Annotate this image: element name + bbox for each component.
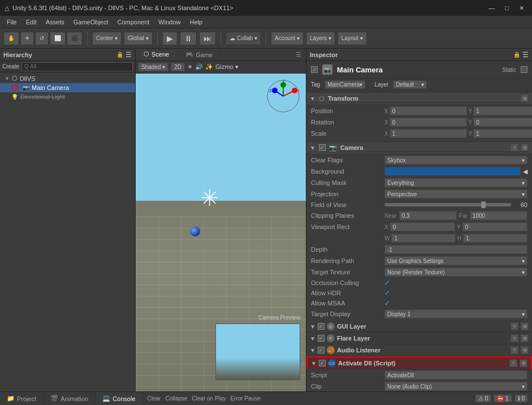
project-tab[interactable]: 📁 Project: [0, 392, 44, 405]
animation-tab[interactable]: 🎬 Animation: [44, 392, 96, 405]
lock-icon-inspector[interactable]: 🔒: [513, 51, 520, 58]
scene-view[interactable]: ✳ X Y Z Camera Preview: [136, 74, 306, 391]
far-field[interactable]: [470, 211, 527, 220]
scale-x-field[interactable]: [390, 129, 467, 138]
vp-w-field[interactable]: [391, 234, 456, 243]
move-tool[interactable]: ✛: [20, 32, 34, 45]
flare-layer-fold[interactable]: ▼: [310, 335, 315, 342]
dll-checkbox[interactable]: ✓: [319, 360, 326, 367]
flare-layer-settings[interactable]: ⚙: [521, 334, 529, 342]
rect-tool[interactable]: ⬛: [67, 32, 83, 45]
close-button[interactable]: ✕: [516, 5, 527, 12]
near-field[interactable]: [399, 211, 457, 220]
gui-layer-settings[interactable]: ⚙: [521, 322, 529, 330]
audio-help[interactable]: ?: [511, 346, 518, 354]
inspector-menu-icon[interactable]: ☰: [522, 51, 529, 59]
gizmos-dropdown[interactable]: Gizmo ▾: [215, 63, 239, 71]
hierarchy-light-item[interactable]: 💡 Directional Light: [0, 92, 135, 101]
layout-dropdown[interactable]: Layout ▾: [338, 32, 367, 45]
projection-dropdown[interactable]: Perspective ▾: [384, 189, 527, 199]
layer-dropdown[interactable]: Default ▾: [393, 80, 427, 89]
dll-fold[interactable]: ▼: [311, 360, 317, 367]
background-color-picker[interactable]: [384, 167, 521, 176]
dll-help[interactable]: ?: [509, 359, 517, 367]
global-dropdown[interactable]: Global ▾: [124, 32, 153, 45]
static-checkbox[interactable]: [521, 66, 527, 73]
scale-tool[interactable]: ⬜: [50, 32, 66, 45]
game-tab[interactable]: 🎮 Game: [178, 49, 221, 61]
allow-hdr-checkmark[interactable]: ✓: [384, 289, 390, 297]
clear-btn[interactable]: Clear: [148, 395, 161, 402]
occlusion-checkmark[interactable]: ✓: [384, 279, 390, 287]
background-picker-btn[interactable]: ◀: [523, 168, 527, 175]
culling-mask-dropdown[interactable]: Everything ▾: [384, 178, 527, 187]
menu-help[interactable]: Help: [185, 18, 207, 27]
clip-dropdown[interactable]: None (Audio Clip) ▾: [384, 382, 527, 391]
hierarchy-search[interactable]: [21, 62, 133, 71]
camera-fold[interactable]: ▼: [310, 145, 315, 151]
gui-layer-checkbox[interactable]: ✓: [318, 323, 325, 330]
rendering-path-dropdown[interactable]: Use Graphics Settings ▾: [384, 256, 527, 265]
transform-settings-icon[interactable]: ⚙: [521, 94, 529, 102]
view-menu-icon[interactable]: ☰: [291, 51, 306, 58]
transform-fold[interactable]: ▼: [310, 96, 315, 102]
console-tab[interactable]: 💻 Console: [96, 392, 142, 405]
menu-edit[interactable]: Edit: [21, 18, 41, 27]
hierarchy-scene-item[interactable]: ▼ ⬡ DllVS: [0, 74, 135, 83]
play-button[interactable]: ▶: [162, 32, 178, 45]
tag-dropdown[interactable]: MainCamera ▾: [325, 80, 365, 89]
gui-layer-fold[interactable]: ▼: [310, 324, 315, 330]
clear-on-play-btn[interactable]: Clear on Play: [192, 395, 226, 402]
maximize-button[interactable]: □: [501, 5, 512, 12]
rot-y-field[interactable]: [473, 118, 532, 127]
error-pause-btn[interactable]: Error Pause: [230, 395, 260, 402]
hierarchy-camera-item[interactable]: 📷 Main Camera: [0, 83, 135, 92]
hand-tool[interactable]: ✋: [3, 32, 19, 45]
menu-icon[interactable]: ☰: [126, 51, 132, 59]
collab-dropdown[interactable]: ☁ Collab ▾: [226, 32, 261, 45]
camera-help-icon[interactable]: ?: [511, 144, 518, 152]
flare-layer-help[interactable]: ?: [511, 334, 518, 342]
pause-button[interactable]: ⏸: [180, 32, 197, 45]
lighting-toggle[interactable]: ☀: [187, 63, 193, 71]
rot-x-field[interactable]: [390, 118, 467, 127]
vp-y-field[interactable]: [462, 222, 527, 231]
minimize-button[interactable]: —: [485, 5, 498, 12]
scale-y-field[interactable]: [473, 129, 532, 138]
collapse-btn[interactable]: Collapse: [165, 395, 187, 402]
layers-dropdown[interactable]: Layers ▾: [306, 32, 335, 45]
menu-window[interactable]: Window: [154, 18, 185, 27]
audio-checkbox[interactable]: ✓: [318, 347, 325, 354]
pos-x-field[interactable]: [390, 106, 467, 115]
step-button[interactable]: ⏭: [199, 32, 216, 45]
flare-layer-checkbox[interactable]: ✓: [318, 335, 325, 342]
rotate-tool[interactable]: ↺: [35, 32, 49, 45]
camera-settings-icon[interactable]: ⚙: [521, 144, 529, 152]
lock-icon[interactable]: 🔒: [116, 51, 123, 58]
target-texture-dropdown[interactable]: None (Render Texture) ▾: [384, 268, 527, 277]
create-button[interactable]: Create: [2, 63, 19, 70]
pos-y-field[interactable]: [473, 106, 532, 115]
center-dropdown[interactable]: Center ▾: [92, 32, 122, 45]
object-active-checkbox[interactable]: ✓: [311, 66, 318, 73]
clear-flags-dropdown[interactable]: Skybox ▾: [384, 156, 527, 165]
allow-msaa-checkmark[interactable]: ✓: [384, 299, 390, 307]
gui-layer-help[interactable]: ?: [511, 322, 518, 330]
fov-slider[interactable]: [384, 203, 511, 206]
vp-x-field[interactable]: [390, 222, 455, 231]
menu-file[interactable]: File: [2, 18, 21, 27]
menu-component[interactable]: Component: [113, 18, 154, 27]
script-dropdown[interactable]: ActivateDll: [384, 370, 527, 380]
scene-tab[interactable]: ⬡ Scene: [136, 49, 178, 61]
audio-toggle[interactable]: 🔊: [195, 63, 203, 71]
audio-settings[interactable]: ⚙: [521, 346, 529, 354]
vp-h-field[interactable]: [463, 234, 527, 243]
menu-gameobject[interactable]: GameObject: [69, 18, 113, 27]
depth-field[interactable]: [384, 245, 527, 254]
camera-enabled-checkbox[interactable]: ✓: [319, 144, 326, 151]
account-dropdown[interactable]: Account ▾: [271, 32, 304, 45]
dll-settings[interactable]: ⚙: [520, 359, 527, 367]
2d-toggle[interactable]: 2D: [171, 63, 185, 71]
audio-fold[interactable]: ▼: [310, 347, 315, 354]
target-display-dropdown[interactable]: Display 1 ▾: [384, 309, 527, 318]
